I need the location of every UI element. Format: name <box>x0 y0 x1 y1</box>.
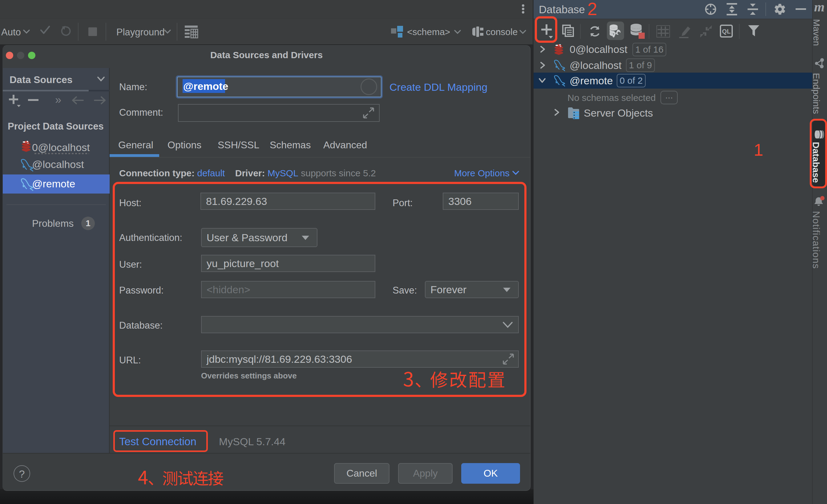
svg-text:QL: QL <box>722 28 731 35</box>
